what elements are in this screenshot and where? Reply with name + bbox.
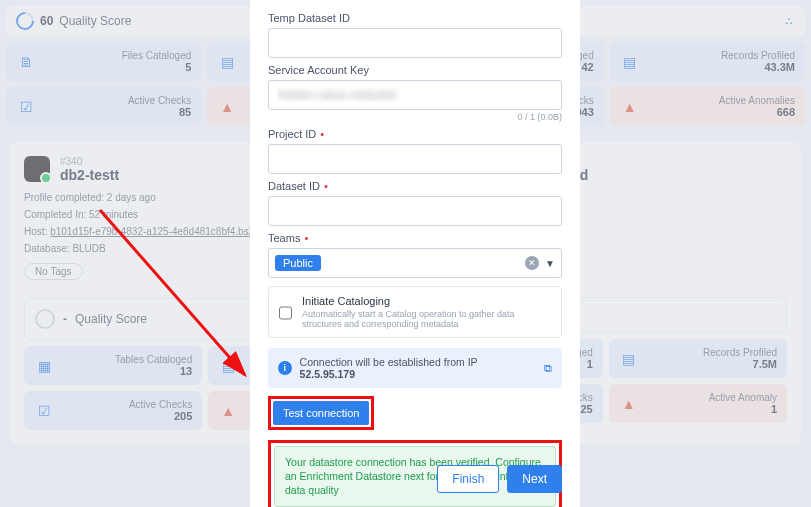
annotation-highlight: Test connection [268,396,374,430]
clear-icon[interactable]: ✕ [525,256,539,270]
finish-button[interactable]: Finish [437,465,499,493]
sak-label: Service Account Key [268,64,562,76]
dataset-id-input[interactable] [268,196,562,226]
info-icon: i [278,361,292,375]
teams-select[interactable]: Public ✕ ▼ [268,248,562,278]
temp-dataset-input[interactable] [268,28,562,58]
test-connection-button[interactable]: Test connection [273,401,369,425]
project-id-input[interactable] [268,144,562,174]
sak-counter: 0 / 1 (0.0B) [268,112,562,122]
required-icon: • [324,180,328,192]
ip-address: 52.5.95.179 [300,368,355,380]
initiate-title: Initiate Cataloging [302,295,551,307]
connection-modal: Temp Dataset ID Service Account Key 0 / … [250,0,580,507]
required-icon: • [320,128,324,140]
initiate-cataloging-box[interactable]: Initiate Cataloging Automatically start … [268,286,562,338]
required-icon: • [304,232,308,244]
ip-notice: i Connection will be established from IP… [268,348,562,388]
project-id-label: Project ID [268,128,316,140]
service-account-key-input[interactable] [268,80,562,110]
temp-dataset-label: Temp Dataset ID [268,12,562,24]
copy-icon[interactable]: ⧉ [544,362,552,375]
next-button[interactable]: Next [507,465,562,493]
teams-label: Teams [268,232,300,244]
team-chip[interactable]: Public [275,255,321,271]
dataset-id-label: Dataset ID [268,180,320,192]
initiate-desc: Automatically start a Catalog operation … [302,309,551,329]
chevron-down-icon[interactable]: ▼ [545,258,555,269]
initiate-cataloging-checkbox[interactable] [279,297,292,329]
